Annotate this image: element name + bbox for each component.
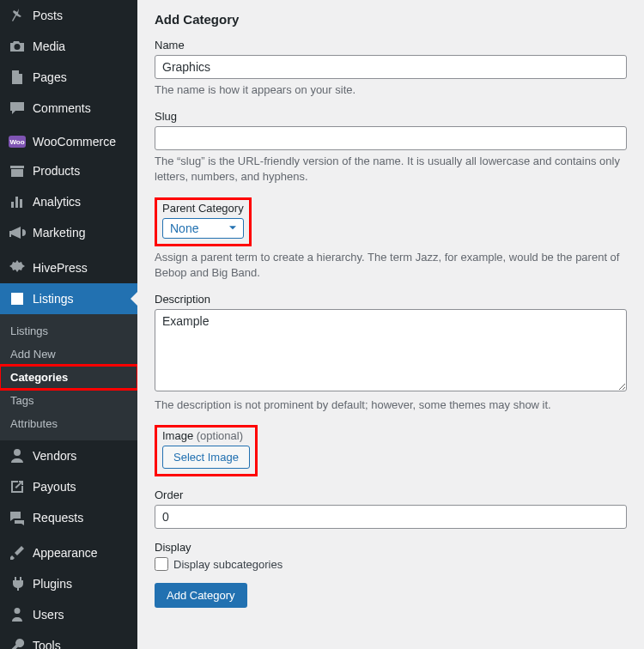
admin-sidebar: Posts Media Pages Comments Woo WooCommer… — [0, 0, 137, 649]
gear-flower-icon — [9, 259, 26, 276]
sidebar-label: Payouts — [33, 480, 76, 494]
field-parent-category: Parent Category None Assign a parent ter… — [155, 197, 627, 281]
sidebar-item-tools[interactable]: Tools — [0, 630, 137, 649]
arrow-out-icon — [9, 478, 26, 495]
sidebar-item-media[interactable]: Media — [0, 31, 137, 62]
name-description: The name is how it appears on your site. — [155, 82, 627, 98]
page-title: Add Category — [155, 12, 627, 27]
slug-description: The “slug” is the URL-friendly version o… — [155, 154, 627, 185]
field-description: Description The description is not promi… — [155, 293, 627, 413]
display-checkbox-label: Display subcategories — [173, 558, 283, 571]
field-image: Image (optional) Select Image — [155, 425, 627, 476]
add-category-button[interactable]: Add Category — [155, 583, 247, 608]
list-icon — [9, 290, 26, 307]
field-name: Name The name is how it appears on your … — [155, 39, 627, 98]
description-textarea[interactable] — [155, 309, 627, 391]
plug-icon — [9, 575, 26, 592]
main-content: Add Category Name The name is how it app… — [137, 0, 644, 649]
sidebar-item-listings[interactable]: Listings — [0, 283, 137, 314]
user-icon — [9, 447, 26, 464]
select-image-button[interactable]: Select Image — [162, 446, 250, 469]
sidebar-label: Users — [33, 608, 64, 622]
submenu-add-new[interactable]: Add New — [0, 343, 137, 366]
name-input[interactable] — [155, 55, 627, 79]
archive-icon — [9, 162, 26, 179]
woo-icon: Woo — [9, 136, 26, 148]
submenu-categories[interactable]: Categories — [0, 366, 137, 389]
field-slug: Slug The “slug” is the URL-friendly vers… — [155, 110, 627, 185]
sidebar-item-products[interactable]: Products — [0, 155, 137, 186]
sidebar-item-posts[interactable]: Posts — [0, 0, 137, 31]
pin-icon — [9, 7, 26, 24]
sidebar-item-comments[interactable]: Comments — [0, 93, 137, 124]
description-label: Description — [155, 293, 627, 306]
sidebar-label: Requests — [33, 511, 83, 525]
page-icon — [9, 69, 26, 86]
field-display: Display Display subcategories — [155, 541, 627, 571]
comment-icon — [9, 100, 26, 117]
slug-input[interactable] — [155, 126, 627, 150]
display-subcategories-checkbox[interactable] — [155, 557, 168, 571]
sidebar-item-marketing[interactable]: Marketing — [0, 217, 137, 248]
image-label: Image (optional) — [162, 429, 250, 442]
sidebar-label: Analytics — [33, 195, 81, 209]
highlight-image: Image (optional) Select Image — [155, 425, 258, 476]
sidebar-label: Comments — [33, 101, 91, 115]
order-input[interactable] — [155, 505, 627, 529]
sidebar-item-hivepress[interactable]: HivePress — [0, 252, 137, 283]
megaphone-icon — [9, 224, 26, 241]
sidebar-item-users[interactable]: Users — [0, 599, 137, 630]
sidebar-item-payouts[interactable]: Payouts — [0, 471, 137, 502]
sidebar-label: Plugins — [33, 577, 72, 591]
sidebar-label: Appearance — [33, 546, 98, 560]
sidebar-item-pages[interactable]: Pages — [0, 62, 137, 93]
submenu-tags[interactable]: Tags — [0, 389, 137, 412]
sidebar-item-appearance[interactable]: Appearance — [0, 537, 137, 568]
parent-select[interactable]: None — [162, 218, 244, 239]
sidebar-label: WooCommerce — [33, 135, 116, 149]
description-help: The description is not prominent by defa… — [155, 397, 627, 413]
sidebar-item-vendors[interactable]: Vendors — [0, 440, 137, 471]
sidebar-item-requests[interactable]: Requests — [0, 502, 137, 533]
sidebar-label: Listings — [33, 292, 73, 306]
submenu-listings[interactable]: Listings — [0, 319, 137, 343]
sidebar-label: Posts — [33, 9, 63, 22]
sidebar-label: HivePress — [33, 261, 88, 275]
display-label: Display — [155, 541, 627, 554]
brush-icon — [9, 544, 26, 561]
field-order: Order — [155, 488, 627, 529]
sidebar-label: Marketing — [33, 226, 85, 240]
sidebar-label: Media — [33, 39, 65, 53]
person-icon — [9, 606, 26, 623]
sidebar-label: Products — [33, 164, 80, 178]
listings-submenu: Listings Add New Categories Tags Attribu… — [0, 314, 137, 440]
chat-icon — [9, 509, 26, 526]
submenu-attributes[interactable]: Attributes — [0, 412, 137, 435]
sidebar-label: Vendors — [33, 449, 76, 463]
highlight-parent: Parent Category None — [155, 197, 252, 246]
order-label: Order — [155, 488, 627, 501]
parent-description: Assign a parent term to create a hierarc… — [155, 250, 627, 281]
wrench-icon — [9, 637, 26, 649]
parent-label: Parent Category — [162, 202, 244, 215]
sidebar-label: Tools — [33, 639, 61, 649]
slug-label: Slug — [155, 110, 627, 123]
camera-icon — [9, 38, 26, 55]
sidebar-item-plugins[interactable]: Plugins — [0, 568, 137, 599]
sidebar-item-analytics[interactable]: Analytics — [0, 186, 137, 217]
sidebar-label: Pages — [33, 70, 67, 84]
bars-icon — [9, 193, 26, 210]
sidebar-item-woocommerce[interactable]: Woo WooCommerce — [0, 128, 137, 155]
name-label: Name — [155, 39, 627, 52]
